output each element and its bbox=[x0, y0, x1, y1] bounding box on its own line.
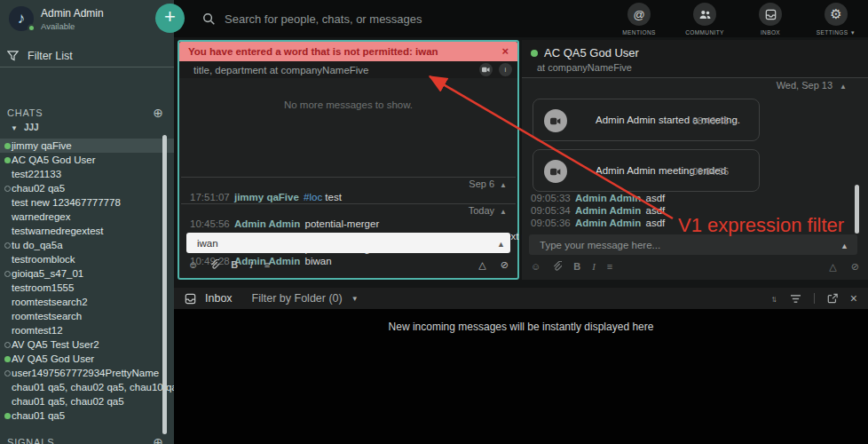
sidebar-chat-item[interactable]: testroomblock bbox=[0, 252, 174, 266]
sidebar-chat-item[interactable]: test new 123467777778 bbox=[0, 195, 174, 210]
online-dot-icon bbox=[531, 50, 538, 57]
chevron-up-icon[interactable]: ▲ bbox=[840, 242, 848, 250]
chat-header-title: title, department at companyNameFive bbox=[193, 65, 369, 75]
emoji-icon[interactable]: ☺ bbox=[531, 261, 541, 272]
sidebar-chat-item[interactable]: test221133 bbox=[0, 167, 174, 181]
user-name: Admin Admin bbox=[41, 7, 104, 20]
user-avatar[interactable]: ♪ bbox=[9, 6, 34, 31]
new-chat-button[interactable]: + bbox=[155, 4, 185, 33]
sidebar-chat-item[interactable]: AC QA5 God User bbox=[0, 153, 174, 167]
message-author[interactable]: jimmy qaFive bbox=[234, 192, 299, 202]
message-timestamp: 10:45:56 bbox=[190, 218, 233, 229]
list-icon[interactable]: ≡ bbox=[264, 259, 270, 270]
video-call-icon[interactable] bbox=[479, 63, 493, 76]
add-chat-icon[interactable]: ⊕ bbox=[153, 106, 163, 120]
message-author[interactable]: Admin Admin bbox=[234, 218, 300, 229]
sidebar-chat-item[interactable]: user1497567772934PrettyName bbox=[0, 366, 174, 380]
italic-icon[interactable]: I bbox=[592, 261, 596, 272]
right-composer-toolbar: ☺ B I ≡ △ ⊘ bbox=[531, 259, 859, 274]
open-in-new-icon[interactable] bbox=[827, 293, 838, 304]
sidebar-chat-item[interactable]: chau02 qa5 bbox=[0, 181, 174, 195]
message-author[interactable]: Admin Admin bbox=[575, 193, 641, 203]
composer-right-icons: △ ⊘ bbox=[478, 259, 509, 271]
nav-item-mentions[interactable]: @MENTIONS bbox=[614, 3, 664, 36]
offline-ring-icon bbox=[4, 186, 11, 192]
sidebar-chat-item[interactable]: chau01 qa5, chau02 qa5, chau10 qa5 bbox=[0, 380, 174, 394]
nav-item-settings[interactable]: ⚙SETTINGS ▼ bbox=[811, 3, 861, 36]
error-banner-text: You have entered a word that is not perm… bbox=[188, 46, 438, 57]
sidebar-chat-item[interactable]: gioiqa5_s47_01 bbox=[0, 266, 174, 281]
sidebar-chat-item[interactable]: chau01 qa5 bbox=[0, 408, 174, 423]
active-chat-panel: You have entered a word that is not perm… bbox=[178, 40, 519, 280]
chevron-down-icon: ▼ bbox=[850, 30, 856, 36]
chevron-down-icon[interactable]: ▼ bbox=[351, 295, 359, 303]
global-search[interactable]: Search for people, chats, or messages bbox=[202, 0, 422, 37]
search-placeholder: Search for people, chats, or messages bbox=[225, 12, 422, 26]
sidebar-chat-item[interactable]: roomtestsearch2 bbox=[0, 295, 174, 309]
sidebar-chat-item[interactable]: AV QA5 Test User2 bbox=[0, 337, 174, 352]
info-icon[interactable]: i bbox=[499, 63, 512, 76]
emoji-icon[interactable]: ☺ bbox=[188, 259, 198, 270]
message-text: asdf bbox=[646, 193, 666, 203]
message-row: 10:45:56 Admin Admin potential-merger bbox=[181, 218, 516, 230]
inbox-folder-filter[interactable]: Filter by Folder (0) bbox=[252, 292, 343, 305]
message-text: test bbox=[325, 192, 342, 202]
message-author[interactable]: Admin Admin bbox=[575, 218, 641, 228]
sort-icon[interactable]: ↑↓ bbox=[771, 294, 777, 304]
chevron-up-icon[interactable]: ▲ bbox=[497, 240, 505, 249]
hashtag-link[interactable]: #loc bbox=[304, 192, 325, 202]
right-chat-subtitle: at companyNameFive bbox=[537, 62, 632, 73]
sidebar-chat-item[interactable]: testwarnedregextest bbox=[0, 224, 174, 238]
sidebar-chat-item[interactable]: roomtest12 bbox=[0, 323, 174, 337]
sidebar-chat-item[interactable]: roomtestsearch bbox=[0, 309, 174, 323]
list-icon[interactable]: ≡ bbox=[607, 261, 612, 272]
message-input[interactable] bbox=[186, 233, 510, 253]
chevron-up-icon[interactable]: ▲ bbox=[840, 83, 847, 91]
sidebar-chat-item[interactable]: testroom1555 bbox=[0, 281, 174, 295]
attachment-icon[interactable] bbox=[552, 261, 562, 272]
right-message-input[interactable] bbox=[529, 234, 857, 255]
chat-item-label: chau01 qa5 bbox=[12, 410, 65, 421]
sidebar-scrollbar[interactable] bbox=[162, 135, 167, 434]
bold-icon[interactable]: B bbox=[231, 259, 238, 270]
sidebar-chat-item[interactable]: tu do_qa5a bbox=[0, 238, 174, 252]
nav-item-inbox[interactable]: INBOX bbox=[746, 3, 795, 36]
chat-group-row[interactable]: ▼JJJ bbox=[11, 123, 39, 132]
right-chat-scrollbar[interactable] bbox=[855, 185, 859, 234]
send-icon[interactable]: △ bbox=[829, 261, 836, 273]
add-signal-icon[interactable]: ⊕ bbox=[153, 435, 163, 444]
bold-icon[interactable]: B bbox=[573, 261, 580, 272]
close-icon[interactable]: × bbox=[850, 291, 857, 305]
italic-icon[interactable]: I bbox=[249, 259, 253, 270]
inbox-header: Inbox Filter by Folder (0) ▼ ↑↓ × bbox=[174, 288, 868, 309]
sidebar-chat-item[interactable]: chau01 qa5, chau02 qa5 bbox=[0, 394, 174, 408]
filter-list-row[interactable]: Filter List bbox=[0, 44, 174, 67]
message-author[interactable]: Admin Admin bbox=[575, 205, 641, 216]
chats-header-label: CHATS bbox=[7, 107, 43, 118]
send-icon[interactable]: △ bbox=[478, 259, 485, 271]
message-row: 09:05:34 Admin Admin asdf bbox=[522, 204, 868, 217]
chat-item-label: gioiqa5_s47_01 bbox=[12, 268, 83, 279]
chats-section-header: CHATS ⊕ bbox=[0, 105, 174, 121]
chat-item-label: test221133 bbox=[12, 169, 61, 179]
chat-item-label: jimmy qaFive bbox=[12, 140, 72, 151]
nav-item-label: COMMUNITY bbox=[680, 29, 730, 36]
filter-lines-icon[interactable] bbox=[790, 294, 801, 304]
sidebar-chat-item[interactable]: AV QA5 God User bbox=[0, 352, 174, 366]
divider bbox=[814, 293, 815, 304]
funnel-icon bbox=[7, 51, 19, 61]
sidebar-chat-item[interactable]: warnedregex bbox=[0, 210, 174, 224]
meeting-event-card[interactable]: Admin Admin started a meeting.08:46:45 bbox=[533, 99, 760, 141]
chevron-up-icon[interactable]: ▲ bbox=[500, 208, 507, 216]
close-icon[interactable]: × bbox=[501, 44, 509, 58]
nav-item-label: INBOX bbox=[746, 29, 795, 36]
block-icon[interactable]: ⊘ bbox=[851, 261, 859, 273]
meeting-event-card[interactable]: Admin Admin meeting ended09:04:35 bbox=[533, 149, 760, 192]
attachment-icon[interactable] bbox=[209, 259, 219, 270]
online-dot-icon bbox=[4, 143, 11, 149]
chat-item-label: test new 123467777778 bbox=[12, 197, 121, 208]
chevron-up-icon[interactable]: ▲ bbox=[500, 181, 507, 189]
block-icon[interactable]: ⊘ bbox=[501, 259, 509, 271]
nav-item-community[interactable]: COMMUNITY bbox=[680, 3, 730, 36]
sidebar-chat-item[interactable]: jimmy qaFive bbox=[0, 139, 174, 153]
